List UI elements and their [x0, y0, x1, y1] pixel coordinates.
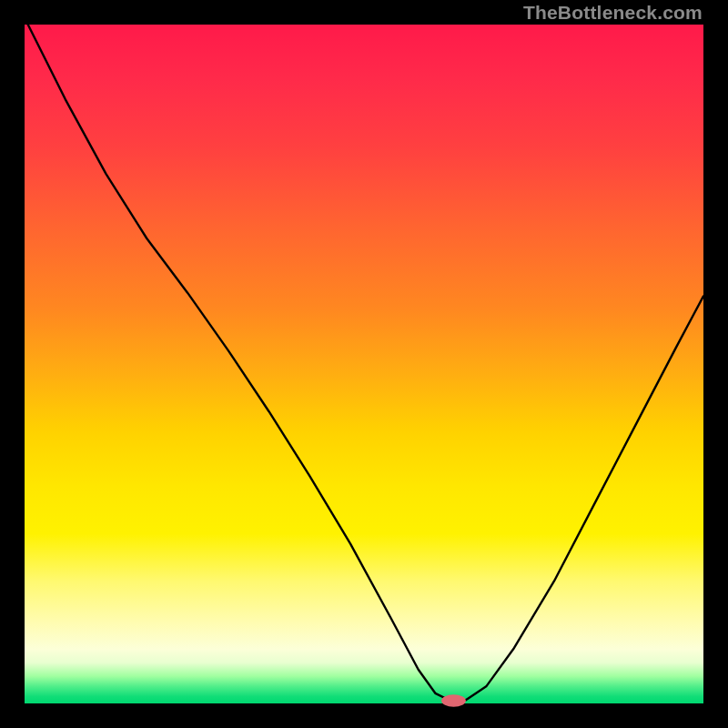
- chart-svg: [25, 25, 703, 703]
- watermark-label: TheBottleneck.com: [523, 2, 703, 24]
- bottleneck-curve-line: [28, 25, 703, 700]
- chart-container: TheBottleneck.com: [0, 0, 728, 728]
- optimum-marker: [441, 694, 466, 706]
